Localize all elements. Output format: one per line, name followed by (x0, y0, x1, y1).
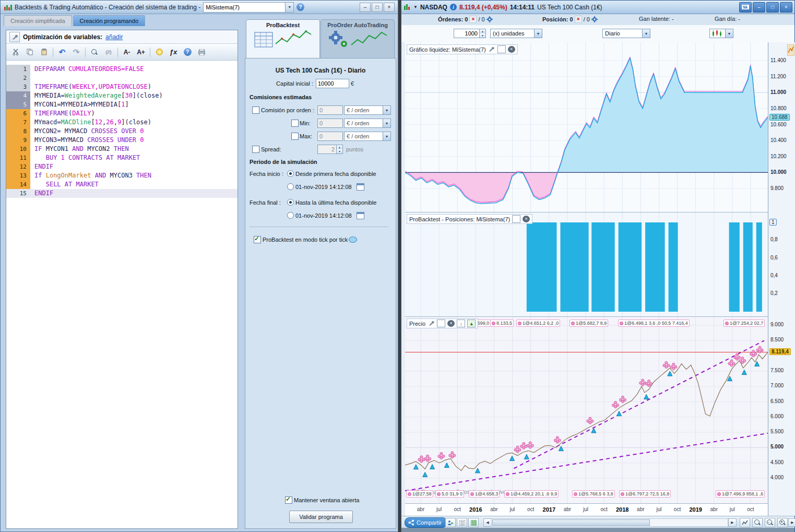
code-line[interactable]: 14 SELL AT MARKET (6, 180, 238, 189)
start-custom-date-radio[interactable] (287, 183, 294, 190)
chart-type-select[interactable]: ▼ (709, 29, 733, 38)
code-line[interactable]: 10IF MYCON1 AND MYCON2 THEN (6, 145, 238, 153)
spinner-up-icon[interactable]: ▲ (480, 29, 485, 33)
trade-label[interactable]: 5,0 31,9 0 (435, 490, 464, 498)
trade-label[interactable]: 1@5.768,5 6 3,8 (572, 490, 615, 498)
left-window-titlebar[interactable]: Backtests & Trading Automático - Creació… (1, 1, 398, 14)
share-button[interactable]: Compartir (405, 517, 447, 528)
help-icon[interactable]: ? (296, 3, 304, 11)
price-axis-column[interactable]: 11.40011.20011.00010.80010.60010.40010.2… (768, 42, 795, 516)
trade-label[interactable]: 1@5.682,7 8,9 (569, 320, 608, 327)
start-first-date-radio[interactable] (287, 170, 294, 177)
wrench-icon[interactable] (428, 320, 435, 327)
trade-label[interactable]: 1@7.496,9 858,1 ,6 (716, 490, 765, 498)
function-icon[interactable]: ƒx (168, 47, 179, 57)
code-line[interactable]: 5MYCON1=MYMEDIA>MYMEDIA[1] (6, 100, 238, 109)
end-custom-date-radio[interactable] (287, 212, 294, 219)
commission-order-input[interactable] (317, 105, 343, 115)
calendar-icon[interactable] (357, 183, 364, 191)
redo-icon[interactable]: ↷ (71, 47, 81, 57)
popout-icon[interactable] (512, 215, 520, 223)
maximize-button[interactable]: □ (766, 2, 779, 13)
code-line[interactable]: 6TIMEFRAME(DAILY) (6, 109, 238, 118)
code-line[interactable]: 9MYCON3=MYMACD CROSSES UNDER 0 (6, 136, 238, 145)
close-position-icon[interactable]: × (575, 16, 582, 23)
close-icon[interactable]: × (447, 320, 455, 327)
spinner-down-icon[interactable]: ▼ (337, 149, 342, 153)
trade-label[interactable]: 1@4.459,2 20,1 ,6 9,9 (504, 490, 559, 498)
symbol-dropdown-icon[interactable]: ▼ (413, 5, 418, 9)
code-line[interactable]: 12ENDIF (6, 162, 238, 171)
trade-label[interactable]: 1@27,58 (406, 490, 433, 498)
commission-max-input[interactable] (317, 132, 343, 141)
close-button[interactable]: × (780, 2, 792, 13)
table-grid-icon[interactable] (468, 518, 479, 527)
quantity-spinner[interactable]: ▲▼ (480, 29, 486, 38)
end-last-date-radio[interactable] (287, 199, 294, 206)
minimize-button[interactable]: – (360, 3, 371, 12)
code-area[interactable]: 1DEFPARAM CUMULATEORDERS=FALSE23TIMEFRAM… (6, 61, 238, 528)
position-settings-gear-icon[interactable] (591, 16, 598, 22)
dropdown-arrow-icon[interactable]: ▼ (534, 29, 542, 38)
close-icon[interactable]: × (508, 46, 515, 53)
code-line[interactable]: 15ENDIF (6, 189, 238, 198)
popout-icon[interactable] (497, 45, 506, 53)
price-chart[interactable]: ©47-Finanzas.com. Datos de ... indicativ… (405, 316, 768, 504)
code-line[interactable]: 3TIMEFRAME(WEEKLY,UPDATEONCLOSE) (6, 82, 238, 91)
timeframe-select[interactable]: Diario▼ (602, 29, 650, 38)
hint-icon[interactable] (154, 47, 164, 57)
minimize-button[interactable]: – (753, 2, 765, 13)
trade-label[interactable]: 1@6.797,2 72,5 16,8 (619, 490, 671, 498)
expand-toolbar-icon[interactable]: ▶ (788, 518, 795, 527)
equity-chart[interactable] (405, 42, 768, 212)
code-line[interactable]: 11 BUY 1 CONTRACTS AT MARKET (6, 153, 238, 162)
trade-label[interactable]: 8.133,5 (490, 320, 514, 327)
calendar-icon[interactable] (357, 212, 364, 219)
spinner-up-icon[interactable]: ▲ (337, 145, 342, 149)
tick-mode-checkbox[interactable] (254, 236, 261, 243)
commission-order-checkbox[interactable] (252, 107, 259, 114)
scroll-left-icon[interactable]: ◀ (483, 518, 492, 527)
tab-creacion-programando[interactable]: Creación programando (73, 15, 146, 26)
zoom-out-icon[interactable]: - (765, 518, 775, 527)
system-name-combo[interactable]: ▼ (203, 2, 294, 13)
time-axis[interactable]: abrjuloct2016abrjuloct2017abrjuloct2018a… (405, 503, 768, 516)
spread-checkbox[interactable] (252, 146, 259, 153)
print-icon[interactable] (196, 47, 207, 57)
paste-icon[interactable] (39, 47, 49, 57)
dropdown-arrow-icon[interactable]: ▼ (383, 119, 390, 127)
dropdown-arrow-icon[interactable]: ▼ (725, 29, 733, 38)
trade-label[interactable]: 1@4.658,3 (469, 490, 500, 498)
quantity-unit-select[interactable]: (x) unidades▼ (490, 29, 542, 38)
close-button[interactable]: × (384, 3, 395, 12)
keep-window-checkbox[interactable] (285, 496, 292, 504)
cut-icon[interactable] (10, 47, 21, 57)
trade-label[interactable]: 1@6.498,1 3,6 ,0 50,5 7.416,4 (618, 320, 690, 327)
dropdown-arrow-icon[interactable]: ▼ (383, 132, 390, 140)
commission-max-checkbox[interactable] (291, 133, 299, 140)
code-line[interactable]: 8MYCON2= MYMACD CROSSES OVER 0 (6, 127, 238, 136)
wrench-icon[interactable] (9, 32, 20, 42)
combo-dropdown-icon[interactable]: ▼ (285, 3, 293, 12)
code-line[interactable]: 4MYMEDIA=WeightedAverage[30](close) (6, 91, 238, 100)
close-icon[interactable]: × (523, 216, 530, 222)
spread-spinner[interactable]: ▲▼ (337, 145, 343, 154)
maximize-button[interactable]: □ (372, 3, 383, 12)
code-line[interactable]: 7MYmacd=MACDline[12,26,9](close) (6, 118, 238, 127)
commission-min-unit-select[interactable]: € / orden▼ (344, 119, 391, 128)
keyboard-icon[interactable] (739, 2, 752, 13)
positions-chart[interactable] (405, 212, 768, 317)
trader-list-icon[interactable] (445, 518, 456, 527)
tab-proorder-autotrading[interactable]: ProOrder AutoTrading (321, 19, 395, 59)
code-line[interactable]: 2 (6, 74, 238, 82)
dropdown-arrow-icon[interactable]: ▼ (642, 29, 650, 38)
spinner-down-icon[interactable]: ▼ (480, 33, 485, 38)
pan-chart-icon[interactable] (740, 518, 750, 527)
font-larger-icon[interactable]: A+ (136, 47, 146, 57)
commission-order-unit-select[interactable]: € / orden▼ (344, 105, 391, 115)
report-icon[interactable] (457, 518, 467, 527)
zoom-area-icon[interactable] (752, 518, 763, 527)
arrow-up-icon[interactable]: ▲ (467, 320, 476, 327)
spread-input[interactable] (317, 145, 337, 154)
trade-label[interactable]: 1@7.254,2 02,7 (723, 320, 765, 327)
